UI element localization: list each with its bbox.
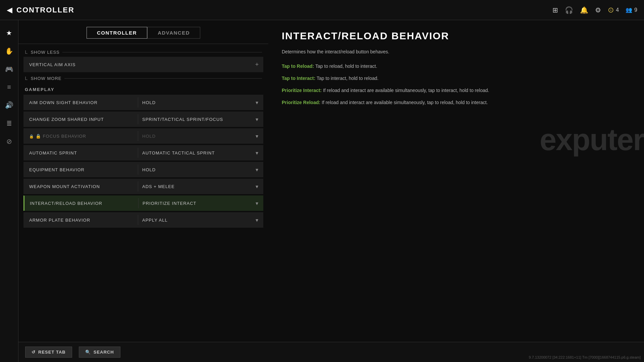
vertical-aim-label: VERTICAL AIM AXIS xyxy=(24,62,251,67)
gameplay-section-header: GAMEPLAY xyxy=(23,83,263,95)
players-icon: 👥 xyxy=(626,7,632,13)
setting-value-automatic-sprint: AUTOMATIC TACTICAL SPRINT xyxy=(138,150,251,155)
players-count: 9 xyxy=(634,7,637,13)
setting-row-weapon-mount[interactable]: WEAPON MOUNT ACTIVATIONADS + MELEE▾ xyxy=(23,179,263,194)
detail-option-3: Prioritize Reload: If reload and interac… xyxy=(282,98,631,106)
detail-option-desc-0: Tap to reload, hold to interact. xyxy=(315,63,377,69)
reset-label: RESET TAB xyxy=(38,350,66,355)
tab-advanced[interactable]: ADVANCED xyxy=(147,27,200,39)
setting-label-change-zoom: CHANGE ZOOM SHARED INPUT xyxy=(24,117,138,122)
dropdown-arrow-change-zoom[interactable]: ▾ xyxy=(251,116,263,123)
show-less-toggle[interactable]: SHOW LESS xyxy=(23,47,263,57)
setting-row-armor-plate[interactable]: ARMOR PLATE BEHAVIORAPPLY ALL▾ xyxy=(23,212,263,228)
settings-rows-container: AIM DOWN SIGHT BEHAVIORHOLD▾CHANGE ZOOM … xyxy=(23,95,263,228)
setting-value-weapon-mount: ADS + MELEE xyxy=(138,184,251,189)
toggle-line xyxy=(62,52,262,52)
dropdown-arrow-equipment-behavior[interactable]: ▾ xyxy=(251,167,263,173)
setting-label-armor-plate: ARMOR PLATE BEHAVIOR xyxy=(24,218,138,223)
detail-title: INTERACT/RELOAD BEHAVIOR xyxy=(282,30,631,42)
sidebar-icon-controller[interactable]: 🎮 xyxy=(3,63,15,75)
sidebar-icon-sound[interactable]: 🔊 xyxy=(3,99,15,111)
topbar-title: CONTROLLER xyxy=(16,6,74,14)
controller-icon: ⊙ xyxy=(608,6,614,14)
setting-row-aim-down-sight[interactable]: AIM DOWN SIGHT BEHAVIORHOLD▾ xyxy=(23,95,263,110)
back-button[interactable]: ◀ xyxy=(7,6,12,14)
dropdown-arrow-armor-plate[interactable]: ▾ xyxy=(251,217,263,223)
sidebar-icon-list[interactable]: ≣ xyxy=(4,117,14,129)
tab-controller[interactable]: CONTROLLER xyxy=(87,27,147,39)
vertical-aim-axis-row[interactable]: VERTICAL AIM AXIS + xyxy=(23,57,263,72)
detail-option-1: Tap to Interact: Tap to interact, hold t… xyxy=(282,74,631,82)
setting-value-focus-behavior: HOLD xyxy=(138,134,251,139)
detail-options: Tap to Reload: Tap to reload, hold to in… xyxy=(282,62,631,110)
search-label: SEARCH xyxy=(94,350,114,355)
sidebar-icon-hand[interactable]: ✋ xyxy=(3,45,15,57)
show-less-label: SHOW LESS xyxy=(31,50,59,55)
sidebar-icon-block[interactable]: ⊘ xyxy=(4,135,14,147)
tab-bar: CONTROLLER ADVANCED xyxy=(18,20,268,44)
setting-row-equipment-behavior[interactable]: EQUIPMENT BEHAVIORHOLD▾ xyxy=(23,162,263,177)
setting-row-change-zoom[interactable]: CHANGE ZOOM SHARED INPUTSPRINT/TACTICAL … xyxy=(23,111,263,127)
setting-row-focus-behavior[interactable]: 🔒 FOCUS BEHAVIORHOLD▾ xyxy=(23,128,263,144)
main-content: CONTROLLER ADVANCED SHOW LESS VERTICAL A… xyxy=(18,20,644,362)
setting-label-interact-reload: INTERACT/RELOAD BEHAVIOR xyxy=(24,201,138,206)
sidebar-icon-menu[interactable]: ≡ xyxy=(5,81,13,93)
dropdown-arrow-interact-reload[interactable]: ▾ xyxy=(251,200,263,207)
watermark: exputer xyxy=(540,123,644,157)
setting-label-automatic-sprint: AUTOMATIC SPRINT xyxy=(24,150,138,155)
controller-count: 4 xyxy=(616,7,619,13)
topbar-left: ◀ CONTROLLER xyxy=(7,6,74,14)
setting-value-interact-reload: PRIORITIZE INTERACT xyxy=(139,201,251,206)
version-info: 9.7.13200072 [34:222:1681+11] Tm [7000][… xyxy=(529,355,641,359)
detail-option-desc-3: If reload and interact are available sim… xyxy=(322,100,488,105)
dropdown-arrow-automatic-sprint[interactable]: ▾ xyxy=(251,150,263,156)
reset-tab-button[interactable]: ↺ RESET TAB xyxy=(25,347,72,358)
setting-value-armor-plate: APPLY ALL xyxy=(138,218,251,223)
topbar: ◀ CONTROLLER ⊞ 🎧 🔔 ⚙ ⊙ 4 👥 9 xyxy=(0,0,644,20)
detail-option-name-2: Prioritize Interact: xyxy=(282,88,323,93)
detail-description: Determines how the interact/reload butto… xyxy=(282,48,631,55)
detail-option-desc-1: Tap to interact, hold to reload. xyxy=(317,76,378,81)
left-panel: CONTROLLER ADVANCED SHOW LESS VERTICAL A… xyxy=(18,20,268,362)
grid-icon[interactable]: ⊞ xyxy=(552,6,558,14)
controller-badge: ⊙ 4 xyxy=(608,6,619,14)
reset-icon: ↺ xyxy=(32,350,36,355)
show-more-toggle[interactable]: SHOW MORE xyxy=(23,74,263,83)
right-panel: INTERACT/RELOAD BEHAVIOR Determines how … xyxy=(268,20,644,362)
settings-list: SHOW LESS VERTICAL AIM AXIS + SHOW MORE … xyxy=(18,44,268,362)
topbar-right: ⊞ 🎧 🔔 ⚙ ⊙ 4 👥 9 xyxy=(552,6,637,14)
setting-label-focus-behavior: 🔒 FOCUS BEHAVIOR xyxy=(24,134,138,139)
detail-option-name-0: Tap to Reload: xyxy=(282,63,315,69)
sidebar-icon-star[interactable]: ★ xyxy=(4,27,14,39)
sidebar: ★ ✋ 🎮 ≡ 🔊 ≣ ⊘ xyxy=(0,20,18,362)
show-more-label: SHOW MORE xyxy=(31,76,61,81)
setting-value-aim-down-sight: HOLD xyxy=(138,100,251,105)
detail-option-desc-2: If reload and interact are available sim… xyxy=(323,88,489,93)
setting-value-equipment-behavior: HOLD xyxy=(138,167,251,172)
setting-label-weapon-mount: WEAPON MOUNT ACTIVATION xyxy=(24,184,138,189)
dropdown-arrow-aim-down-sight[interactable]: ▾ xyxy=(251,99,263,106)
detail-option-name-1: Tap to Interact: xyxy=(282,76,317,81)
search-icon: 🔍 xyxy=(85,350,91,355)
players-badge: 👥 9 xyxy=(626,7,637,13)
headset-icon[interactable]: 🎧 xyxy=(565,6,573,14)
setting-row-interact-reload[interactable]: INTERACT/RELOAD BEHAVIORPRIORITIZE INTER… xyxy=(23,195,263,211)
bell-icon[interactable]: 🔔 xyxy=(580,6,588,14)
detail-option-name-3: Prioritize Reload: xyxy=(282,100,322,105)
detail-option-2: Prioritize Interact: If reload and inter… xyxy=(282,86,631,94)
dropdown-arrow-weapon-mount[interactable]: ▾ xyxy=(251,183,263,190)
plus-icon: + xyxy=(251,61,263,68)
search-button[interactable]: 🔍 SEARCH xyxy=(79,347,120,358)
dropdown-arrow-focus-behavior[interactable]: ▾ xyxy=(251,133,263,139)
settings-icon[interactable]: ⚙ xyxy=(595,6,601,14)
setting-label-aim-down-sight: AIM DOWN SIGHT BEHAVIOR xyxy=(24,100,138,105)
toggle-line2 xyxy=(64,78,262,79)
detail-option-0: Tap to Reload: Tap to reload, hold to in… xyxy=(282,62,631,70)
setting-row-automatic-sprint[interactable]: AUTOMATIC SPRINTAUTOMATIC TACTICAL SPRIN… xyxy=(23,145,263,161)
setting-value-change-zoom: SPRINT/TACTICAL SPRINT/FOCUS xyxy=(138,117,251,122)
setting-label-equipment-behavior: EQUIPMENT BEHAVIOR xyxy=(24,167,138,172)
